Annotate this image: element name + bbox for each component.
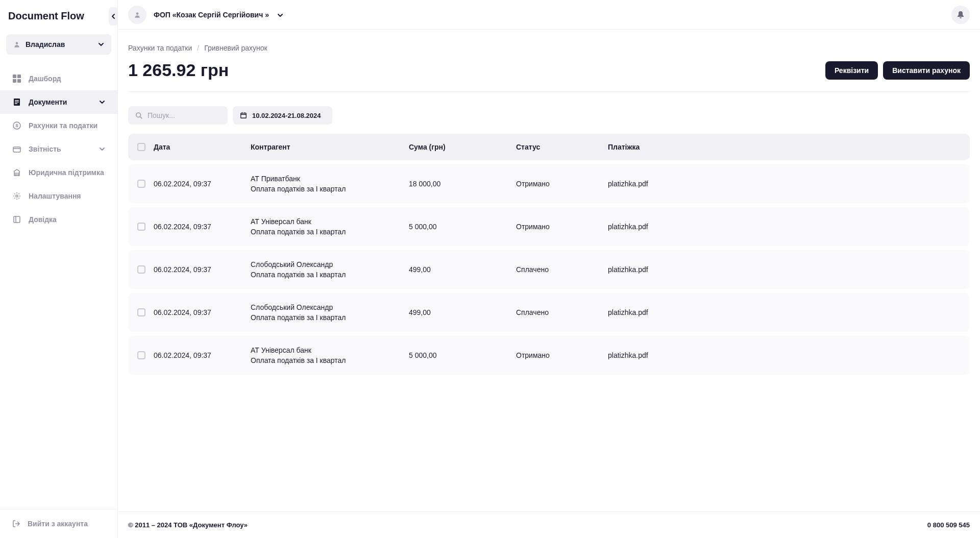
invoice-button[interactable]: Виставити рахунок: [883, 61, 970, 80]
table-header: Дата Контрагент Сума (грн) Статус Платіж…: [128, 134, 970, 160]
user-icon: [13, 41, 20, 48]
nav-label: Дашборд: [29, 75, 105, 83]
divider: [128, 91, 970, 92]
table-row[interactable]: 06.02.2024, 09:37 Слободський Олександр …: [128, 250, 970, 289]
column-header-counterparty: Контрагент: [251, 143, 409, 151]
select-all-checkbox[interactable]: [137, 143, 145, 151]
footer-phone: 0 800 509 545: [927, 521, 970, 529]
user-name: Владислав: [26, 40, 93, 48]
footer: © 2011 – 2024 ТОВ «Документ Флоу» 0 800 …: [118, 511, 980, 538]
cell-date: 06.02.2024, 09:37: [154, 180, 251, 188]
nav-label: Юридична підтримка: [29, 168, 105, 177]
svg-rect-1: [13, 75, 16, 78]
building-icon: [12, 168, 21, 177]
cell-counterparty-desc: Оплата податків за І квартал: [251, 185, 409, 193]
table-row[interactable]: 06.02.2024, 09:37 АТ Універсал банк Опла…: [128, 336, 970, 375]
cell-file-link[interactable]: platizhka.pdf: [608, 351, 961, 359]
cell-counterparty-name: АТ Універсал банк: [251, 346, 409, 354]
content: Рахунки та податки / Гривневий рахунок 1…: [118, 30, 980, 511]
chevron-down-icon: [98, 42, 104, 46]
notifications-button[interactable]: [951, 6, 970, 24]
user-selector[interactable]: Владислав: [6, 34, 111, 55]
cell-counterparty-desc: Оплата податків за І квартал: [251, 228, 409, 236]
cell-counterparty-name: АТ Приватбанк: [251, 175, 409, 183]
cell-status: Отримано: [516, 351, 608, 359]
cell-date: 06.02.2024, 09:37: [154, 308, 251, 316]
nav-item-accounts-taxes[interactable]: $ Рахунки та податки: [0, 114, 117, 137]
org-selector[interactable]: ФОП «Козак Сергій Сергійович »: [154, 11, 283, 19]
svg-rect-4: [17, 79, 21, 83]
nav-label: Довідка: [29, 215, 105, 224]
breadcrumb: Рахунки та податки / Гривневий рахунок: [128, 44, 970, 52]
row-checkbox[interactable]: [137, 223, 145, 231]
book-icon: [12, 215, 21, 224]
row-checkbox[interactable]: [137, 265, 145, 274]
svg-rect-16: [241, 113, 247, 118]
svg-point-14: [136, 12, 139, 15]
nav: Дашборд Документи $ Рахунки та податки: [0, 67, 117, 509]
cell-sum: 5 000,00: [409, 223, 516, 231]
svg-rect-2: [17, 75, 21, 78]
cell-status: Сплачено: [516, 265, 608, 274]
search-box[interactable]: [128, 106, 228, 125]
cell-file-link[interactable]: platizhka.pdf: [608, 180, 961, 188]
cell-file-link[interactable]: platizhka.pdf: [608, 265, 961, 274]
breadcrumb-link[interactable]: Рахунки та податки: [128, 44, 192, 52]
nav-item-dashboard[interactable]: Дашборд: [0, 67, 117, 90]
search-icon: [135, 112, 142, 119]
cell-counterparty-desc: Оплата податків за І квартал: [251, 356, 409, 364]
svg-point-15: [136, 113, 141, 117]
svg-point-0: [16, 42, 18, 44]
chevron-down-icon: [277, 13, 283, 17]
filters: 10.02.2024-21.08.2024: [128, 106, 970, 125]
topbar: ФОП «Козак Сергій Сергійович »: [118, 0, 980, 30]
row-checkbox[interactable]: [137, 351, 145, 359]
column-header-file: Платіжка: [608, 143, 961, 151]
org-avatar: [128, 6, 146, 24]
nav-label: Рахунки та податки: [29, 121, 105, 130]
nav-label: Документи: [29, 98, 92, 106]
svg-rect-3: [13, 79, 16, 83]
breadcrumb-current: Гривневий рахунок: [204, 44, 267, 52]
logout-button[interactable]: Вийти з аккаунта: [0, 509, 117, 538]
nav-label: Налаштування: [29, 192, 105, 200]
date-range-picker[interactable]: 10.02.2024-21.08.2024: [233, 106, 332, 125]
logout-label: Вийти з аккаунта: [28, 520, 88, 528]
chevron-down-icon: [99, 100, 105, 104]
cell-counterparty-name: Слободський Олександр: [251, 260, 409, 268]
sidebar: Document Flow Владислав: [0, 0, 118, 538]
cell-file-link[interactable]: platizhka.pdf: [608, 308, 961, 316]
cell-sum: 5 000,00: [409, 351, 516, 359]
table-row[interactable]: 06.02.2024, 09:37 АТ Приватбанк Оплата п…: [128, 164, 970, 203]
cell-date: 06.02.2024, 09:37: [154, 351, 251, 359]
nav-item-reports[interactable]: Звітність: [0, 137, 117, 161]
nav-item-legal[interactable]: Юридична підтримка: [0, 161, 117, 184]
svg-rect-7: [15, 102, 19, 103]
cell-file-link[interactable]: platizhka.pdf: [608, 223, 961, 231]
cell-status: Отримано: [516, 180, 608, 188]
bell-icon: [957, 11, 965, 19]
gear-icon: [12, 191, 21, 201]
table-row[interactable]: 06.02.2024, 09:37 АТ Універсал банк Опла…: [128, 207, 970, 246]
nav-item-documents[interactable]: Документи: [0, 90, 117, 114]
search-input[interactable]: [148, 111, 220, 119]
cell-status: Отримано: [516, 223, 608, 231]
chevron-down-icon: [99, 147, 105, 151]
user-icon: [134, 11, 141, 18]
svg-point-12: [16, 195, 18, 197]
cell-counterparty-name: Слободський Олександр: [251, 303, 409, 311]
sidebar-collapse-button[interactable]: [109, 7, 118, 26]
wallet-icon: [12, 144, 21, 154]
requisites-button[interactable]: Реквізити: [825, 61, 878, 80]
nav-item-help[interactable]: Довідка: [0, 208, 117, 231]
svg-rect-11: [13, 147, 20, 152]
row-checkbox[interactable]: [137, 308, 145, 316]
svg-rect-6: [15, 100, 19, 101]
cell-sum: 499,00: [409, 265, 516, 274]
row-checkbox[interactable]: [137, 180, 145, 188]
table-row[interactable]: 06.02.2024, 09:37 Слободський Олександр …: [128, 293, 970, 332]
cell-date: 06.02.2024, 09:37: [154, 265, 251, 274]
svg-text:$: $: [15, 123, 18, 128]
column-header-sum: Сума (грн): [409, 143, 516, 151]
nav-item-settings[interactable]: Налаштування: [0, 184, 117, 208]
